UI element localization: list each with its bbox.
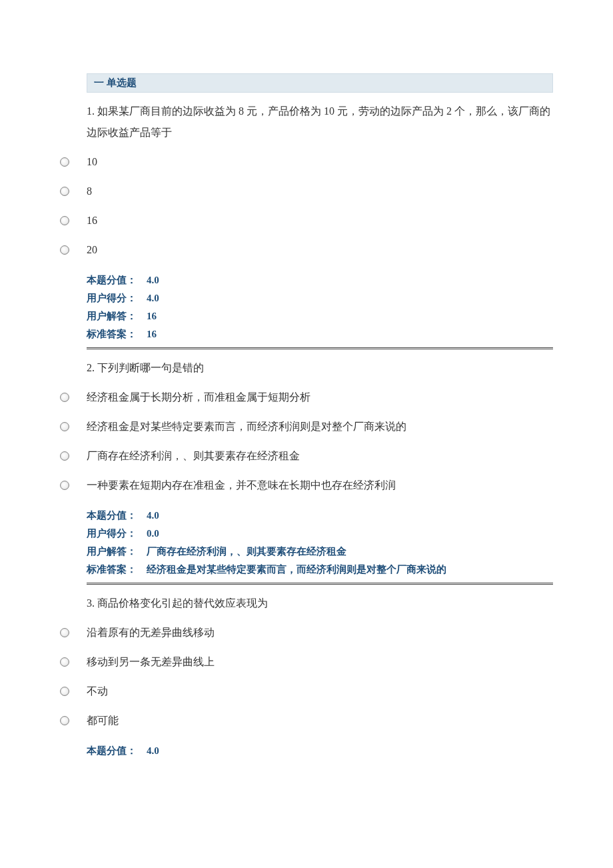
- divider: [87, 583, 553, 585]
- user-answer-value: 16: [147, 307, 553, 325]
- option-text: 移动到另一条无差异曲线上: [87, 651, 553, 673]
- question-stem: 如果某厂商目前的边际收益为 8 元，产品价格为 10 元，劳动的边际产品为 2 …: [87, 105, 550, 138]
- question-text: 1. 如果某厂商目前的边际收益为 8 元，产品价格为 10 元，劳动的边际产品为…: [87, 101, 553, 143]
- correct-answer-value: 经济租金是对某些特定要素而言，而经济利润则是对整个厂商来说的: [147, 561, 553, 579]
- radio-icon: [60, 628, 69, 637]
- option-row[interactable]: 经济租金属于长期分析，而准租金属于短期分析: [60, 387, 553, 408]
- radio-icon: [60, 716, 69, 725]
- radio-cell[interactable]: [60, 157, 87, 167]
- option-text: 一种要素在短期内存在准租金，并不意味在长期中也存在经济利润: [87, 475, 553, 496]
- divider: [87, 347, 553, 349]
- score-label: 本题分值：: [87, 742, 147, 760]
- question-stem: 商品价格变化引起的替代效应表现为: [97, 597, 268, 609]
- question-number: 1.: [87, 105, 95, 117]
- option-text: 8: [87, 181, 553, 202]
- correct-answer-label: 标准答案：: [87, 325, 147, 343]
- user-score-label: 用户得分：: [87, 289, 147, 307]
- option-text: 都可能: [87, 710, 553, 731]
- radio-icon: [60, 422, 69, 431]
- section-header: 一 单选题: [87, 73, 553, 93]
- radio-cell[interactable]: [60, 716, 87, 725]
- option-text: 16: [87, 210, 553, 231]
- radio-cell[interactable]: [60, 628, 87, 637]
- score-value: 4.0: [147, 742, 553, 760]
- question-text: 2. 下列判断哪一句是错的: [87, 357, 553, 379]
- radio-icon: [60, 657, 69, 667]
- radio-cell[interactable]: [60, 245, 87, 255]
- user-answer-label: 用户解答：: [87, 543, 147, 561]
- page-container: 一 单选题 1. 如果某厂商目前的边际收益为 8 元，产品价格为 10 元，劳动…: [0, 0, 613, 787]
- correct-answer-value: 16: [147, 325, 553, 343]
- radio-icon: [60, 157, 69, 167]
- option-row[interactable]: 厂商存在经济利润，、则其要素存在经济租金: [60, 445, 553, 467]
- result-block: 本题分值： 4.0: [87, 742, 553, 760]
- radio-icon: [60, 216, 69, 225]
- radio-cell[interactable]: [60, 451, 87, 461]
- result-block: 本题分值： 4.0 用户得分： 4.0 用户解答： 16 标准答案： 16: [87, 271, 553, 343]
- option-row[interactable]: 都可能: [60, 710, 553, 731]
- radio-cell[interactable]: [60, 481, 87, 490]
- option-row[interactable]: 不动: [60, 681, 553, 702]
- user-score-label: 用户得分：: [87, 525, 147, 543]
- option-text: 20: [87, 239, 553, 261]
- radio-icon: [60, 451, 69, 461]
- radio-icon: [60, 187, 69, 196]
- question-number: 3.: [87, 597, 95, 609]
- user-score-value: 0.0: [147, 525, 553, 543]
- option-text: 经济租金是对某些特定要素而言，而经济利润则是对整个厂商来说的: [87, 416, 553, 437]
- radio-cell[interactable]: [60, 216, 87, 225]
- question-stem: 下列判断哪一句是错的: [97, 362, 204, 373]
- radio-cell[interactable]: [60, 657, 87, 667]
- option-text: 厂商存在经济利润，、则其要素存在经济租金: [87, 445, 553, 467]
- result-block: 本题分值： 4.0 用户得分： 0.0 用户解答： 厂商存在经济利润，、则其要素…: [87, 507, 553, 579]
- radio-icon: [60, 393, 69, 402]
- correct-answer-label: 标准答案：: [87, 561, 147, 579]
- score-label: 本题分值：: [87, 507, 147, 525]
- score-label: 本题分值：: [87, 271, 147, 289]
- radio-cell[interactable]: [60, 187, 87, 196]
- radio-cell[interactable]: [60, 422, 87, 431]
- radio-cell[interactable]: [60, 687, 87, 696]
- user-answer-label: 用户解答：: [87, 307, 147, 325]
- question-text: 3. 商品价格变化引起的替代效应表现为: [87, 593, 553, 614]
- option-row[interactable]: 10: [60, 151, 553, 173]
- option-text: 沿着原有的无差异曲线移动: [87, 622, 553, 643]
- question-number: 2.: [87, 362, 95, 373]
- option-row[interactable]: 经济租金是对某些特定要素而言，而经济利润则是对整个厂商来说的: [60, 416, 553, 437]
- radio-icon: [60, 245, 69, 255]
- option-text: 不动: [87, 681, 553, 702]
- option-row[interactable]: 20: [60, 239, 553, 261]
- option-row[interactable]: 沿着原有的无差异曲线移动: [60, 622, 553, 643]
- user-score-value: 4.0: [147, 289, 553, 307]
- option-row[interactable]: 移动到另一条无差异曲线上: [60, 651, 553, 673]
- option-row[interactable]: 8: [60, 181, 553, 202]
- option-text: 经济租金属于长期分析，而准租金属于短期分析: [87, 387, 553, 408]
- user-answer-value: 厂商存在经济利润，、则其要素存在经济租金: [147, 543, 553, 561]
- radio-icon: [60, 687, 69, 696]
- option-row[interactable]: 一种要素在短期内存在准租金，并不意味在长期中也存在经济利润: [60, 475, 553, 496]
- radio-icon: [60, 481, 69, 490]
- score-value: 4.0: [147, 507, 553, 525]
- option-text: 10: [87, 151, 553, 173]
- score-value: 4.0: [147, 271, 553, 289]
- radio-cell[interactable]: [60, 393, 87, 402]
- option-row[interactable]: 16: [60, 210, 553, 231]
